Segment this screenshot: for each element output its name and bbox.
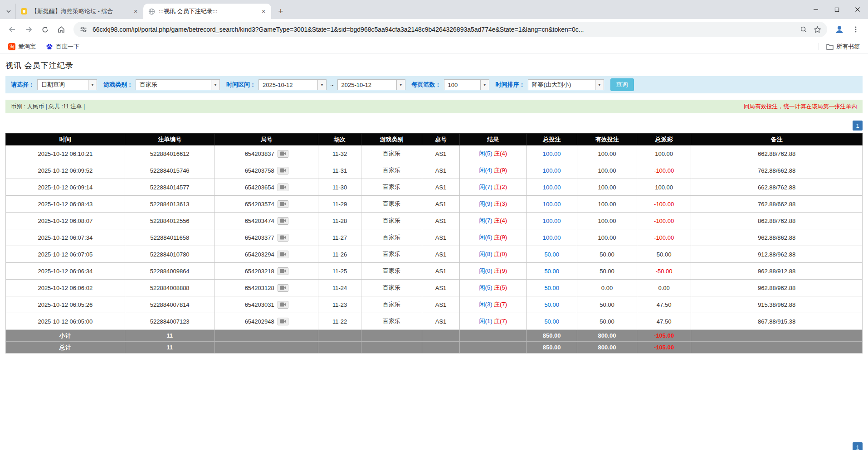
cell-result: 闲(5) 庄(4) — [460, 145, 527, 162]
video-camera-icon[interactable] — [278, 234, 288, 242]
cell-total-bet: 100.00 — [527, 196, 577, 213]
bookmarks-divider — [819, 43, 819, 50]
cell-table: AS1 — [422, 229, 460, 246]
video-camera-icon[interactable] — [278, 184, 288, 191]
chevron-down-icon: ▼ — [211, 80, 219, 90]
cell-table: AS1 — [422, 296, 460, 313]
cell-valid-bet: 100.00 — [577, 229, 637, 246]
cell-valid-bet: 0.00 — [577, 280, 637, 296]
tab-bet-records[interactable]: :::视讯 会员下注纪录::: × — [143, 4, 271, 19]
cell-time: 2025-10-12 06:07:05 — [6, 246, 125, 263]
cell-note: 662.88/762.88 — [691, 145, 863, 162]
total-valid-bet: 800.00 — [577, 342, 637, 353]
table-row: 2025-10-12 06:08:07522884012556654203474… — [6, 213, 863, 229]
sort-select[interactable]: 降幂(由大到小) ▼ — [528, 79, 604, 90]
video-camera-icon[interactable] — [278, 284, 288, 292]
video-camera-icon[interactable] — [278, 251, 288, 258]
minimize-button[interactable] — [805, 0, 826, 19]
cell-valid-bet: 100.00 — [577, 179, 637, 196]
cell-bet-id: 522884015746 — [125, 162, 215, 179]
cell-payout: -100.00 — [637, 213, 691, 229]
tab-close-icon[interactable]: × — [259, 7, 268, 15]
query-type-select[interactable]: 日期查询 ▼ — [37, 79, 97, 90]
new-tab-button[interactable]: + — [274, 5, 288, 18]
video-camera-icon[interactable] — [278, 301, 288, 309]
total-bet-link[interactable]: 100.00 — [543, 201, 561, 208]
cell-payout: -50.00 — [637, 263, 691, 280]
cell-table: AS1 — [422, 313, 460, 330]
refresh-button[interactable] — [37, 22, 53, 37]
cell-bet-id: 522884013613 — [125, 196, 215, 213]
cell-valid-bet: 50.00 — [577, 296, 637, 313]
per-page-label: 每页笔数： — [412, 81, 441, 89]
total-bet-link[interactable]: 50.00 — [544, 268, 559, 275]
total-bet-link[interactable]: 50.00 — [544, 285, 559, 291]
cell-time: 2025-10-12 06:05:00 — [6, 313, 125, 330]
cell-table: AS1 — [422, 213, 460, 229]
video-camera-icon[interactable] — [278, 200, 288, 208]
cell-time: 2025-10-12 06:09:52 — [6, 162, 125, 179]
video-camera-icon[interactable] — [278, 167, 288, 174]
video-camera-icon[interactable] — [278, 267, 288, 275]
home-button[interactable] — [54, 22, 69, 37]
search-button[interactable]: 查询 — [610, 78, 634, 91]
date-to-select[interactable]: 2025-10-12 ▼ — [337, 79, 405, 90]
all-bookmarks-button[interactable]: 所有书签 — [823, 41, 863, 52]
per-page-select[interactable]: 100 ▼ — [444, 79, 489, 90]
bookmark-baidu[interactable]: 百度一下 — [42, 41, 83, 52]
total-bet-link[interactable]: 100.00 — [543, 218, 561, 224]
total-bet-link[interactable]: 50.00 — [544, 251, 559, 258]
tab-close-icon[interactable]: × — [132, 7, 140, 15]
tab-strip: 【新提醒】海燕策略论坛 - 综合 × :::视讯 会员下注纪录::: × + — [0, 0, 868, 19]
cell-time: 2025-10-12 06:08:43 — [6, 196, 125, 213]
cell-bet-id: 522884007814 — [125, 296, 215, 313]
bookmark-aitaobao[interactable]: 淘 爱淘宝 — [5, 41, 39, 52]
video-camera-icon[interactable] — [278, 217, 288, 225]
back-button[interactable] — [5, 22, 20, 37]
site-settings-icon[interactable] — [79, 25, 88, 34]
total-bet-link[interactable]: 100.00 — [543, 234, 561, 241]
browser-menu-icon[interactable] — [848, 22, 863, 37]
cell-session: 11-22 — [318, 313, 361, 330]
forward-button[interactable] — [21, 22, 36, 37]
cell-bet-id: 522884012556 — [125, 213, 215, 229]
page-1-button-bottom[interactable]: 1 — [853, 442, 863, 450]
profile-avatar[interactable] — [832, 22, 847, 37]
cell-bet-id: 522884008888 — [125, 280, 215, 296]
bookmarks-bar: 淘 爱淘宝 百度一下 所有书签 — [0, 40, 868, 53]
tab-forum[interactable]: 【新提醒】海燕策略论坛 - 综合 × — [15, 4, 143, 19]
summary-bar: 币别 : 人民币 | 总共 :11 注单 | 同局有效投注，统一计算在该局第一张… — [5, 100, 863, 113]
cell-note: 912.88/962.88 — [691, 246, 863, 263]
close-window-button[interactable] — [847, 0, 868, 19]
page-content: 视讯 会员下注纪录 请选择： 日期查询 ▼ 游戏类别： 百家乐 ▼ 时间区间： … — [5, 60, 863, 353]
page-1-button[interactable]: 1 — [853, 121, 863, 131]
cell-note: 962.88/962.88 — [691, 280, 863, 296]
game-type-select[interactable]: 百家乐 ▼ — [136, 79, 220, 90]
maximize-button[interactable] — [826, 0, 847, 19]
taobao-icon: 淘 — [8, 43, 15, 50]
bookmark-star-icon[interactable] — [813, 25, 822, 34]
cell-round: 654203218 — [215, 263, 318, 280]
table-header-row: 时间注单编号局号场次游戏类别桌号结果总投注有效投注总派彩备注 — [6, 134, 863, 145]
cell-time: 2025-10-12 06:08:07 — [6, 213, 125, 229]
total-bet-link[interactable]: 50.00 — [544, 318, 559, 325]
tab-search-chevron-icon[interactable] — [2, 4, 15, 19]
total-bet-link[interactable]: 100.00 — [543, 150, 561, 157]
address-bar[interactable]: 66cxkj98.com/ipl/portal.php/game/betreco… — [73, 22, 827, 37]
forum-tab-favicon — [20, 8, 28, 15]
date-range-label: 时间区间： — [226, 81, 256, 89]
cell-table: AS1 — [422, 246, 460, 263]
cell-total-bet: 50.00 — [527, 246, 577, 263]
date-from-select[interactable]: 2025-10-12 ▼ — [258, 79, 327, 90]
total-total-bet: 850.00 — [527, 342, 577, 353]
total-label: 总计 — [6, 342, 125, 353]
total-bet-link[interactable]: 100.00 — [543, 167, 561, 174]
total-bet-link[interactable]: 100.00 — [543, 184, 561, 191]
table-row: 2025-10-12 06:05:00522884007123654202948… — [6, 313, 863, 330]
zoom-icon[interactable] — [799, 25, 808, 34]
total-bet-link[interactable]: 50.00 — [544, 301, 559, 308]
video-camera-icon[interactable] — [278, 318, 288, 325]
video-camera-icon[interactable] — [278, 150, 288, 158]
chevron-down-icon: ▼ — [595, 80, 604, 90]
cell-table: AS1 — [422, 179, 460, 196]
